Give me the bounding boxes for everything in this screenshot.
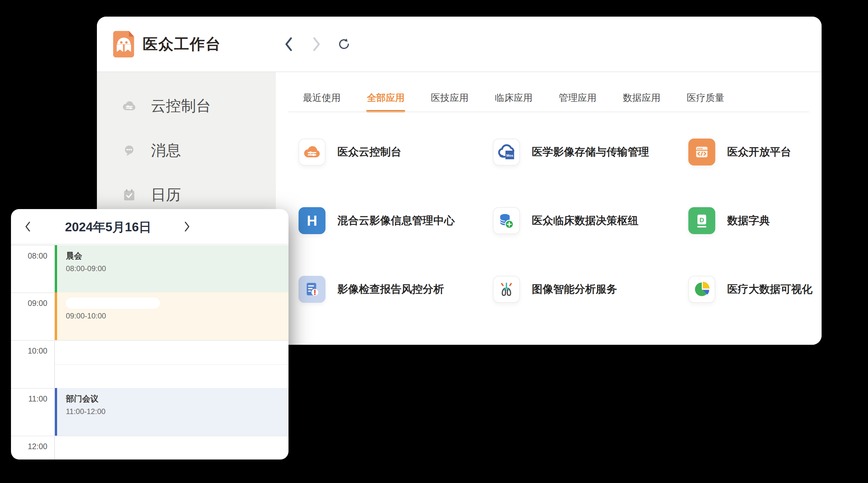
app-label: 混合云影像信息管理中心 [337,214,455,228]
event-morning-meeting[interactable]: 晨会 08:00-09:00 [55,245,288,292]
time-label: 09:00 [11,299,48,308]
sidebar-item-messages[interactable]: 消息 [97,135,275,166]
app-label: 医疗大数据可视化 [727,282,812,296]
app-imaging-storage[interactable]: Mos 医学影像存储与传输管理 [493,138,688,165]
app-label: 医学影像存储与传输管理 [532,145,649,159]
time-label: 11:00 [11,394,48,404]
event-time: 08:00-09:00 [66,263,288,274]
mos-badge: Mos [506,154,513,157]
sidebar-item-label: 消息 [151,140,181,160]
calendar-card: 2024年5月16日 08:00 09:00 10:00 11:00 12:00… [11,209,288,459]
tab-management-apps[interactable]: 管理应用 [559,92,596,112]
app-label: 数据字典 [727,214,770,228]
app-label: 图像智能分析服务 [532,282,617,296]
tab-medical-quality[interactable]: 医疗质量 [687,92,724,112]
refresh-button[interactable] [338,35,350,53]
app-cloud-console[interactable]: 医众云控制台 [299,138,493,165]
report-alert-icon [303,280,321,298]
app-image-ai-analysis[interactable]: 图像智能分析服务 [493,276,688,303]
letter-d-icon: D [700,216,704,223]
orange-code-window-icon [693,143,711,161]
time-label: 08:00 [11,251,48,260]
app-report-risk-analysis[interactable]: 影像检查报告风控分析 [299,276,493,303]
app-open-platform[interactable]: 医众开放平台 [688,138,822,165]
event-title: 部门会议 [66,392,288,405]
app-logo-icon [112,30,136,58]
pie-chart-icon [693,280,711,298]
lungs-analysis-icon [497,280,516,298]
nav-buttons [283,35,350,53]
tab-recent[interactable]: 最近使用 [303,92,341,112]
event-title: 晨会 [66,250,288,262]
forward-arrow-icon [312,36,321,52]
event-department-meeting[interactable]: 部门会议 11:00-12:00 [55,388,288,436]
app-label: 医众临床数据决策枢纽 [532,214,639,228]
database-plus-icon [497,212,516,230]
app-big-data-visualization[interactable]: 医疗大数据可视化 [688,276,822,303]
cloud-settings-icon [122,99,136,113]
time-label: 12:00 [11,442,48,451]
tab-all-apps[interactable]: 全部应用 [367,92,405,112]
tab-medtech-apps[interactable]: 医技应用 [431,92,468,112]
back-arrow-icon [284,36,293,52]
calendar-day-view: 08:00 09:00 10:00 11:00 12:00 晨会 08:00-0… [11,244,288,459]
app-label: 医众云控制台 [337,145,401,159]
calendar-date: 2024年5月16日 [49,219,168,236]
app-label: 医众开放平台 [727,145,791,159]
green-dictionary-icon: D [693,212,711,230]
sidebar-item-cloud-console[interactable]: 云控制台 [97,90,275,122]
message-bubble-icon [122,143,136,158]
tab-clinical-apps[interactable]: 临床应用 [495,92,532,112]
hour-gridline [11,340,288,341]
calendar-check-icon [122,188,136,202]
app-label: 影像检查报告风控分析 [337,282,444,296]
refresh-icon [338,36,350,52]
chevron-left-icon [24,221,32,232]
sidebar-item-calendar[interactable]: 日历 [97,179,275,211]
sidebar-item-label: 日历 [151,185,181,205]
calendar-header: 2024年5月16日 [11,209,288,245]
event-time: 09:00-10:00 [66,311,288,321]
app-hybrid-cloud-imaging[interactable]: H 混合云影像信息管理中心 [299,207,493,234]
tab-bar: 最近使用 全部应用 医技应用 临床应用 管理应用 数据应用 医疗质量 [303,92,724,112]
sidebar-item-label: 云控制台 [151,96,211,116]
back-button[interactable] [283,35,295,53]
calendar-prev-button[interactable] [23,220,33,233]
window-header: 医众工作台 [97,17,822,72]
event-title-redacted-pill [66,297,160,309]
app-clinical-data-hub[interactable]: 医众临床数据决策枢纽 [493,207,688,234]
blue-cloud-mos-icon: Mos [497,142,516,161]
event-redacted[interactable]: 09:00-10:00 [55,292,288,340]
time-label: 10:00 [11,346,48,355]
calendar-next-button[interactable] [182,220,192,233]
screen: 医众工作台 [0,0,868,483]
app-grid: 医众云控制台 Mos 医学影像存储与传输管理 [299,118,822,323]
event-time: 11:00-12:00 [66,406,288,417]
letter-h-icon: H [307,212,317,229]
tab-divider [288,111,809,112]
chevron-right-icon [183,221,191,232]
half-hour-gridline [55,364,288,365]
tab-data-apps[interactable]: 数据应用 [623,92,660,112]
app-title: 医众工作台 [143,32,221,57]
hour-gridline [11,436,288,436]
app-data-dictionary[interactable]: D 数据字典 [688,207,822,234]
content-area: 最近使用 全部应用 医技应用 临床应用 管理应用 数据应用 医疗质量 [276,72,822,345]
orange-cloud-sliders-icon [303,143,321,161]
forward-button[interactable] [310,35,323,53]
